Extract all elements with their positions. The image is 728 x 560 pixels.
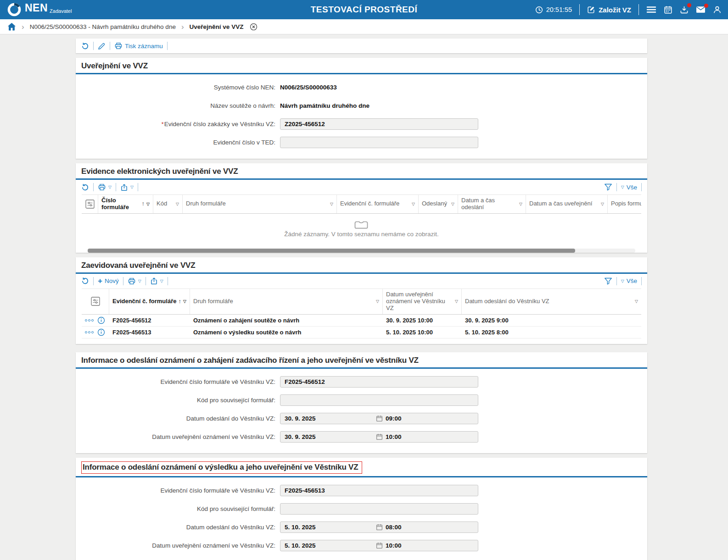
filter-button[interactable]	[604, 277, 612, 285]
create-vz-button[interactable]: Založit VZ	[587, 6, 631, 14]
export-menu-button[interactable]: ▽	[150, 277, 163, 285]
info-icon[interactable]	[97, 316, 105, 324]
row-actions-button[interactable]	[85, 319, 94, 322]
calendar-button[interactable]	[664, 6, 672, 14]
section-electronic-publications: Evidence elektronických uveřejnění ve VV…	[76, 163, 647, 253]
view-dropdown-arrow: ▽	[621, 185, 624, 189]
breadcrumb-item-contract[interactable]: N006/25/S00000633 - Návrh památníku druh…	[30, 23, 176, 30]
refresh-button[interactable]	[81, 42, 89, 50]
column-settings-button[interactable]	[82, 289, 109, 314]
downloads-button[interactable]	[680, 6, 689, 14]
row-actions-button[interactable]	[85, 331, 94, 333]
sent-date-value[interactable]: 30. 9. 2025	[280, 413, 374, 424]
edit-record-button[interactable]	[98, 42, 106, 50]
calendar-small-icon[interactable]	[376, 524, 383, 531]
filter-button[interactable]	[604, 183, 612, 191]
profile-button[interactable]	[713, 6, 722, 14]
sent-date-value[interactable]: 5. 10. 2025	[280, 522, 374, 532]
column-settings-button[interactable]	[82, 195, 98, 213]
breadcrumb-item-current[interactable]: Uveřejnění ve VVZ	[190, 23, 244, 30]
cell-sent-date: 5. 10. 2025 8:00	[462, 329, 641, 336]
record-toolbar: Tisk záznamu	[76, 39, 647, 53]
cell-form-number: F2025-456513	[109, 329, 190, 336]
view-all-button[interactable]: ▽ Vše	[621, 277, 637, 284]
new-record-button[interactable]: + Nový	[98, 277, 119, 285]
form-evidence-number-input[interactable]: F2025-456512	[280, 376, 478, 388]
column-header-popis-formulare[interactable]: Popis formuláře	[608, 195, 641, 213]
column-filter-arrow[interactable]: ▽	[519, 202, 522, 206]
sent-date-input[interactable]: 5. 10. 2025 08:00	[280, 521, 478, 533]
menu-button[interactable]	[646, 6, 656, 13]
column-header-odeslany[interactable]: Odeslaný▽	[419, 195, 458, 213]
column-header-druh-formulare[interactable]: Druh formuláře▽	[190, 289, 383, 314]
published-time-value[interactable]: 10:00	[386, 540, 402, 551]
calendar-small-icon[interactable]	[376, 415, 383, 422]
section-opening-notice-info: Informace o odeslání oznámení o zahájení…	[76, 352, 647, 453]
column-header-evidencni-c-formulare[interactable]: Evidenční č. formuláře▽	[337, 195, 419, 213]
evidence-number-ted-input[interactable]	[280, 137, 478, 148]
cell-published-date: 5. 10. 2025 10:00	[383, 329, 462, 336]
breadcrumb-chevron: ›	[181, 23, 184, 31]
messages-button[interactable]	[696, 6, 706, 13]
sent-date-input[interactable]: 30. 9. 2025 09:00	[280, 413, 478, 424]
column-filter-arrow[interactable]: ▽	[455, 299, 458, 304]
nen-logo[interactable]: NEN Zadavatel	[6, 2, 72, 17]
column-filter-arrow[interactable]: ▽	[176, 202, 179, 206]
column-header-cislo-formulare[interactable]: Číslo formuláře↑▽	[98, 195, 153, 213]
print-menu-button[interactable]: ▽	[98, 183, 112, 191]
view-dropdown-arrow: ▽	[621, 279, 624, 283]
published-date-value[interactable]: 30. 9. 2025	[280, 432, 374, 442]
printer-icon	[128, 277, 136, 285]
close-tab-button[interactable]	[250, 23, 258, 31]
column-header-datum-uverejneni[interactable]: Datum uveřejnění oznámení ve Věstníku VZ…	[383, 289, 462, 314]
info-icon[interactable]	[97, 328, 105, 336]
published-date-input[interactable]: 30. 9. 2025 10:00	[280, 431, 478, 443]
refresh-button[interactable]	[81, 183, 89, 191]
field-related-form-code: Kód pro související formulář:	[76, 503, 647, 515]
form-evidence-number-input[interactable]: F2025-456513	[280, 485, 478, 496]
home-icon[interactable]	[7, 22, 16, 31]
calendar-small-icon[interactable]	[376, 433, 383, 440]
column-filter-arrow[interactable]: ▽	[330, 202, 333, 206]
column-header-evidencni-c-formulare[interactable]: Evidenční č. formuláře↑▽	[109, 289, 190, 314]
print-menu-button[interactable]: ▽	[128, 277, 141, 285]
table-row[interactable]: F2025-456512 Oznámení o zahájení soutěže…	[82, 315, 641, 327]
toolbar-separator	[168, 277, 168, 285]
column-filter-arrow[interactable]: ▽	[412, 202, 415, 206]
print-record-button[interactable]: Tisk záznamu	[114, 42, 163, 50]
table-row[interactable]: F2025-456513 Oznámení o výsledku soutěže…	[82, 327, 641, 338]
calendar-small-icon[interactable]	[376, 542, 383, 549]
field-published-date: Datum uveřejnění oznámení ve Věstníku VZ…	[76, 540, 647, 551]
published-time-value[interactable]: 10:00	[386, 432, 402, 442]
table-toolbar: ▽ ▽ ▽ Vše	[76, 180, 647, 194]
clock: 20:51:55	[535, 6, 572, 14]
sent-time-value[interactable]: 09:00	[386, 413, 402, 424]
column-header-druh-formulare[interactable]: Druh formuláře▽	[183, 195, 337, 213]
view-all-button[interactable]: ▽ Vše	[621, 184, 637, 191]
empty-table-text: Žádné záznamy. V tomto seznamu nemáme co…	[82, 231, 641, 238]
column-filter-arrow[interactable]: ▽	[376, 299, 379, 304]
column-header-datum-cas-odeslani[interactable]: Datum a čas odeslání▽	[458, 195, 526, 213]
column-header-datum-odeslani[interactable]: Datum odeslání do Věstníku VZ▽	[462, 289, 641, 314]
column-filter-arrow[interactable]: ▽	[635, 299, 638, 304]
column-filter-arrow[interactable]: ▽	[601, 202, 604, 206]
mail-icon	[696, 6, 706, 13]
export-menu-button[interactable]: ▽	[120, 183, 134, 191]
refresh-button[interactable]	[81, 277, 89, 285]
evidence-number-vvz-input[interactable]: Z2025-456512	[280, 118, 478, 130]
scrollbar-thumb[interactable]	[88, 249, 575, 253]
electronic-publications-table: Číslo formuláře↑▽ Kód▽ Druh formuláře▽ E…	[76, 194, 647, 253]
column-header-datum-cas-uverejneni[interactable]: Datum a čas uveřejnění▽	[526, 195, 608, 213]
column-filter-arrow[interactable]: ▽	[146, 202, 150, 206]
export-dropdown-arrow: ▽	[130, 185, 134, 189]
column-filter-arrow[interactable]: ▽	[183, 299, 186, 304]
sent-time-value[interactable]: 08:00	[386, 522, 402, 532]
published-date-input[interactable]: 5. 10. 2025 10:00	[280, 540, 478, 551]
column-header-kod[interactable]: Kód▽	[153, 195, 183, 213]
sort-asc-icon: ↑	[142, 200, 145, 207]
horizontal-scrollbar[interactable]	[88, 249, 635, 253]
related-form-code-input[interactable]	[280, 503, 478, 515]
related-form-code-input[interactable]	[280, 394, 478, 406]
published-date-value[interactable]: 5. 10. 2025	[280, 540, 374, 551]
column-filter-arrow[interactable]: ▽	[451, 202, 454, 206]
